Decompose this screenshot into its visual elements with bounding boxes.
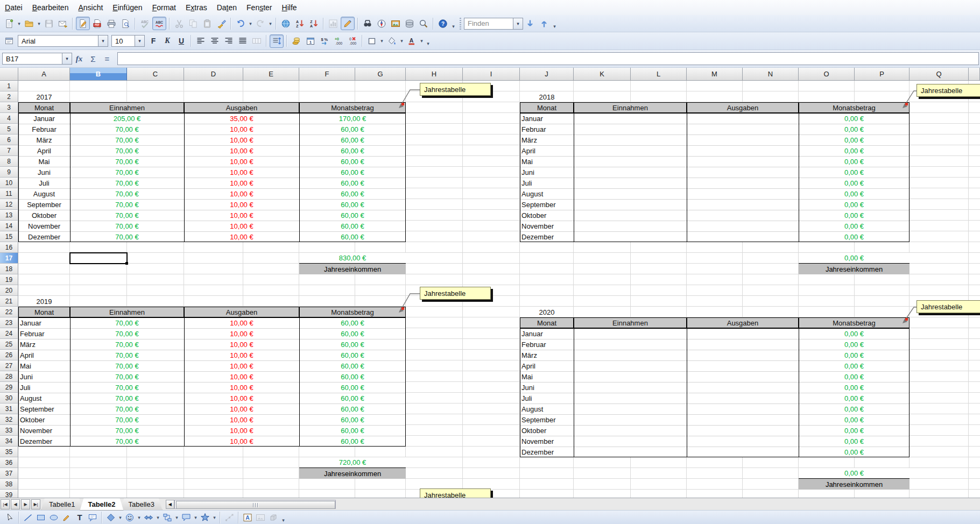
menu-format[interactable]: Format <box>147 1 181 14</box>
cell-month[interactable]: Oktober <box>18 210 70 221</box>
sum-icon[interactable]: Σ <box>86 54 100 63</box>
cell-ausgaben[interactable]: 10,00 € <box>184 221 299 231</box>
flowchart-icon[interactable] <box>161 512 173 523</box>
row-header-24[interactable]: 24 <box>0 328 18 339</box>
cell-einnahmen[interactable]: 70,00 € <box>70 371 184 382</box>
open-icon[interactable] <box>23 17 36 30</box>
sort-descending-icon[interactable]: ZA <box>307 17 320 30</box>
cell-ausgaben[interactable]: 10,00 € <box>184 436 299 447</box>
italic-button[interactable]: K <box>161 34 174 47</box>
spellcheck-icon[interactable]: ABC <box>138 17 151 30</box>
paste-icon[interactable] <box>201 17 214 30</box>
cell-einnahmen[interactable]: 205,00 € <box>70 113 184 124</box>
cell-year-2019[interactable]: 2019 <box>18 296 70 307</box>
cell-monatsbetrag[interactable]: 0,00 € <box>799 145 910 156</box>
cell-einnahmen[interactable]: 70,00 € <box>70 199 184 210</box>
row-header-7[interactable]: 7 <box>0 145 18 156</box>
column-header-E[interactable]: E <box>243 68 299 81</box>
column-header-G[interactable]: G <box>355 68 406 81</box>
text-box-icon[interactable]: T <box>74 512 86 523</box>
cell-monatsbetrag[interactable]: 0,00 € <box>799 113 910 124</box>
row-header-18[interactable]: 18 <box>0 264 18 274</box>
cell-monatsbetrag[interactable]: 60,00 € <box>299 221 406 231</box>
scroll-left-icon[interactable]: ◀ <box>166 500 174 509</box>
data-sources-icon[interactable] <box>403 17 416 30</box>
number-format-standard-icon[interactable]: $% <box>318 34 331 47</box>
row-header-10[interactable]: 10 <box>0 178 18 188</box>
cell-einnahmen[interactable]: 70,00 € <box>70 425 184 436</box>
cell-month[interactable]: Mai <box>520 156 574 167</box>
row-header-25[interactable]: 25 <box>0 339 18 350</box>
cell-month[interactable]: Juni <box>520 167 574 178</box>
column-header-partial[interactable] <box>969 68 980 81</box>
cell-month[interactable]: Januar <box>520 113 574 124</box>
row-header-27[interactable]: 27 <box>0 360 18 371</box>
cell-cursor[interactable] <box>69 252 128 264</box>
gallery-icon[interactable] <box>389 17 402 30</box>
cell-month[interactable]: März <box>520 350 574 360</box>
page-preview-icon[interactable] <box>119 17 132 30</box>
table-2019-header-ausgaben[interactable]: Ausgaben <box>184 307 299 317</box>
cell-einnahmen[interactable]: 70,00 € <box>70 436 184 447</box>
merge-cells-icon[interactable] <box>250 34 263 47</box>
cell-month[interactable]: September <box>520 414 574 425</box>
export-pdf-icon[interactable]: PDF <box>91 17 104 30</box>
fontwork-gallery-icon[interactable]: A <box>242 512 253 523</box>
cell-monatsbetrag[interactable]: 0,00 € <box>799 414 910 425</box>
cell-month[interactable]: März <box>18 339 70 350</box>
row-header-31[interactable]: 31 <box>0 403 18 414</box>
star-shapes-icon[interactable] <box>199 512 211 523</box>
cell-month[interactable]: Februar <box>520 339 574 350</box>
background-color-dropdown-icon[interactable]: ▾ <box>399 34 405 47</box>
cells-area[interactable]: 2017MonatEinnahmenAusgabenMonatsbetragJa… <box>18 81 980 498</box>
select-icon[interactable] <box>4 512 16 523</box>
cell-monatsbetrag[interactable]: 60,00 € <box>299 210 406 221</box>
bold-button[interactable]: F <box>147 34 160 47</box>
row-header-22[interactable]: 22 <box>0 307 18 317</box>
cell-month[interactable]: November <box>18 221 70 231</box>
note-jahrestabelle-2[interactable]: Jahrestabelle <box>916 84 980 97</box>
cell-month[interactable]: Juli <box>520 178 574 188</box>
formula-input[interactable] <box>117 52 979 65</box>
underline-button[interactable]: U <box>175 34 188 47</box>
column-header-I[interactable]: I <box>463 68 520 81</box>
cell-monatsbetrag[interactable]: 0,00 € <box>799 425 910 436</box>
row-header-15[interactable]: 15 <box>0 231 18 242</box>
row-header-14[interactable]: 14 <box>0 221 18 231</box>
column-header-P[interactable]: P <box>855 68 910 81</box>
extrusion-icon[interactable] <box>267 512 279 523</box>
row-header-33[interactable]: 33 <box>0 425 18 436</box>
cell-monatsbetrag[interactable]: 0,00 € <box>799 167 910 178</box>
cell-einnahmen[interactable]: 70,00 € <box>70 178 184 188</box>
font-color-dropdown-icon[interactable]: ▾ <box>419 34 425 47</box>
table-2020-header-monatsbetrag[interactable]: Monatsbetrag <box>799 317 910 328</box>
cell-month[interactable]: Mai <box>18 360 70 371</box>
cell-year-2017[interactable]: 2017 <box>18 91 70 102</box>
cell-ausgaben[interactable]: 10,00 € <box>184 403 299 414</box>
symbol-shapes-icon[interactable] <box>124 512 136 523</box>
cell-einnahmen[interactable]: 70,00 € <box>70 350 184 360</box>
row-header-19[interactable]: 19 <box>0 274 18 285</box>
row-header-32[interactable]: 32 <box>0 414 18 425</box>
cell-month[interactable]: August <box>18 393 70 403</box>
row-header-30[interactable]: 30 <box>0 393 18 403</box>
cell-monatsbetrag[interactable]: 0,00 € <box>799 199 910 210</box>
cell-month[interactable]: März <box>18 134 70 145</box>
cell-month[interactable]: Dezember <box>520 447 574 457</box>
cell-einnahmen[interactable]: 70,00 € <box>70 231 184 242</box>
cell-monatsbetrag[interactable]: 60,00 € <box>299 328 406 339</box>
cell-ausgaben[interactable]: 10,00 € <box>184 124 299 134</box>
cell-monatsbetrag[interactable]: 60,00 € <box>299 199 406 210</box>
cell-einnahmen[interactable]: 70,00 € <box>70 167 184 178</box>
note-jahrestabelle-4[interactable]: Jahrestabelle <box>916 300 980 313</box>
row-header-9[interactable]: 9 <box>0 167 18 178</box>
toolbar-overflow-icon[interactable]: ▾ <box>280 511 287 524</box>
callout-shapes-dropdown-icon[interactable]: ▾ <box>193 511 199 524</box>
cell-month[interactable]: November <box>520 436 574 447</box>
zoom-icon[interactable] <box>417 17 430 30</box>
freeform-line-icon[interactable] <box>61 512 73 523</box>
cell-ausgaben[interactable]: 10,00 € <box>184 350 299 360</box>
column-header-N[interactable]: N <box>743 68 799 81</box>
row-header-26[interactable]: 26 <box>0 350 18 360</box>
menu-hilfe[interactable]: Hilfe <box>277 1 302 14</box>
